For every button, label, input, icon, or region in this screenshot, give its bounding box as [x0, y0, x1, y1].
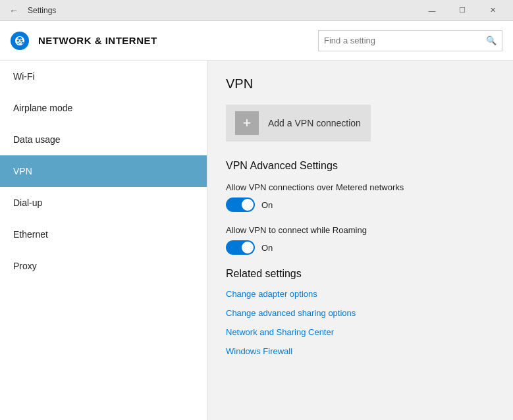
toggle-metered-networks-row: Allow VPN connections over Metered netwo… — [226, 182, 495, 212]
toggle-metered-networks-state: On — [261, 200, 273, 210]
related-settings-title: Related settings — [226, 268, 495, 280]
advanced-settings-title: VPN Advanced Settings — [226, 160, 495, 172]
network-icon — [11, 32, 29, 50]
toggle-metered-networks-control: On — [226, 197, 495, 212]
title-bar-left: ← Settings — [5, 3, 56, 18]
title-bar-title: Settings — [28, 6, 56, 15]
content-area: VPN + Add a VPN connection VPN Advanced … — [207, 61, 513, 420]
toggle-metered-networks-switch[interactable] — [226, 197, 255, 212]
title-bar-controls: — ☐ ✕ — [417, 0, 508, 21]
main-layout: Wi-Fi Airplane mode Data usage VPN Dial-… — [0, 61, 513, 420]
sidebar-item-proxy[interactable]: Proxy — [0, 250, 207, 282]
windows-firewall-link[interactable]: Windows Firewall — [226, 346, 495, 356]
search-icon: 🔍 — [486, 36, 497, 45]
toggle-roaming-row: Allow VPN to connect while Roaming On — [226, 225, 495, 255]
maximize-button[interactable]: ☐ — [447, 0, 477, 21]
change-adapter-link[interactable]: Change adapter options — [226, 289, 495, 299]
title-bar: ← Settings — ☐ ✕ — [0, 0, 513, 21]
add-vpn-button[interactable]: + Add a VPN connection — [226, 105, 371, 142]
sidebar-item-ethernet[interactable]: Ethernet — [0, 219, 207, 250]
add-vpn-label: Add a VPN connection — [268, 118, 361, 128]
header: NETWORK & INTERNET 🔍 — [0, 21, 513, 61]
back-button[interactable]: ← — [5, 3, 22, 18]
toggle-roaming-switch[interactable] — [226, 240, 255, 255]
plus-icon: + — [235, 111, 259, 135]
search-input[interactable] — [324, 36, 486, 45]
toggle-roaming-control: On — [226, 240, 495, 255]
minimize-button[interactable]: — — [417, 0, 447, 21]
search-box[interactable]: 🔍 — [318, 30, 502, 51]
close-button[interactable]: ✕ — [477, 0, 508, 21]
change-sharing-link[interactable]: Change advanced sharing options — [226, 308, 495, 318]
sidebar-item-data-usage[interactable]: Data usage — [0, 124, 207, 155]
toggle-roaming-label: Allow VPN to connect while Roaming — [226, 225, 495, 235]
page-title: NETWORK & INTERNET — [38, 35, 309, 46]
sidebar: Wi-Fi Airplane mode Data usage VPN Dial-… — [0, 61, 207, 420]
network-sharing-center-link[interactable]: Network and Sharing Center — [226, 327, 495, 337]
vpn-section-title: VPN — [226, 76, 495, 92]
sidebar-item-vpn[interactable]: VPN — [0, 155, 207, 187]
toggle-roaming-state: On — [261, 243, 273, 253]
sidebar-item-wifi[interactable]: Wi-Fi — [0, 61, 207, 92]
sidebar-item-airplane[interactable]: Airplane mode — [0, 92, 207, 124]
sidebar-item-dialup[interactable]: Dial-up — [0, 187, 207, 219]
toggle-metered-networks-label: Allow VPN connections over Metered netwo… — [226, 182, 495, 192]
